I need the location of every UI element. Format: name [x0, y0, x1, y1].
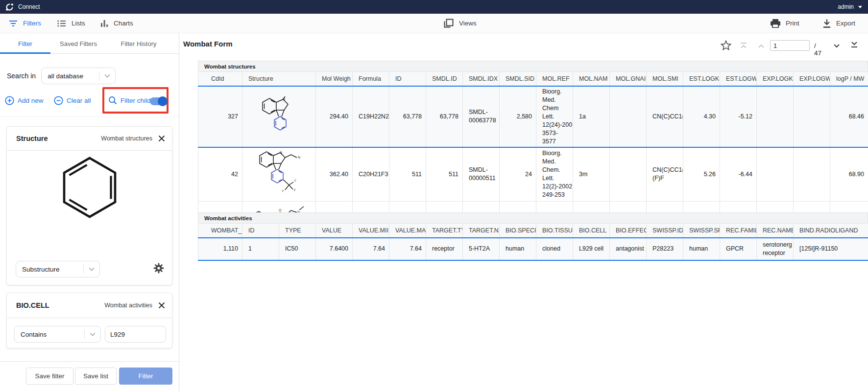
column-header[interactable]: Formula — [353, 72, 389, 86]
first-record-icon[interactable] — [740, 42, 747, 51]
filter-sidebar: Filter Saved Filters Filter History Sear… — [0, 33, 179, 391]
print-icon — [771, 19, 780, 28]
filter-list-icon — [9, 20, 18, 27]
column-header[interactable]: SMDL.IDX — [463, 72, 500, 86]
structures-row[interactable]: 43 N O N — [198, 201, 868, 212]
filter-button[interactable]: Filter — [119, 368, 172, 385]
structure-query-canvas[interactable] — [58, 155, 121, 230]
page-title: Wombat Form — [183, 40, 233, 48]
svg-text:F: F — [294, 188, 296, 192]
column-header[interactable]: WOMBAT_ — [198, 224, 242, 238]
export-button[interactable]: Export — [823, 14, 855, 33]
search-in-row: Search in all database — [7, 68, 116, 84]
tab-saved-filters[interactable]: Saved Filters — [50, 33, 106, 54]
toggle-knob — [158, 96, 168, 106]
filter-child-toggle[interactable] — [150, 97, 167, 105]
column-header[interactable]: REC.FAMIL — [720, 224, 757, 238]
structures-row-selected[interactable]: 327 N — [198, 86, 868, 147]
record-count: / 47 — [814, 42, 821, 57]
brand-label: Connect — [18, 3, 40, 10]
column-header[interactable]: ID — [389, 72, 426, 86]
wombat-activities-widget: Wombat activities WOMBAT_ ID TYPE VALUE … — [198, 212, 868, 261]
activities-row-selected[interactable]: 1,110 1 IC50 7.6400 7.64 7.64 receptor 5… — [198, 238, 868, 260]
molecule-thumbnail: N — [242, 86, 316, 147]
lists-button[interactable]: Lists — [57, 14, 85, 33]
wombat-structures-widget: Wombat structures CdId Structure Mol Wei… — [198, 61, 868, 212]
column-header[interactable]: BIO.EFFEC — [610, 224, 647, 238]
operator-select[interactable]: Contains — [14, 326, 101, 343]
last-record-icon[interactable] — [850, 41, 858, 50]
charts-button[interactable]: Charts — [101, 14, 133, 33]
column-header[interactable]: SWISSP.SF — [683, 224, 720, 238]
column-header[interactable]: MOL.NAM — [573, 72, 610, 86]
column-header[interactable]: TARGET.N — [463, 224, 500, 238]
search-in-label: Search in — [7, 72, 36, 80]
search-child-icon — [108, 96, 117, 105]
column-header[interactable]: MOL.SMI — [647, 72, 683, 86]
lists-icon — [57, 20, 66, 27]
column-header[interactable]: EST.LOGW — [720, 72, 757, 86]
user-menu[interactable]: admin — [838, 0, 862, 14]
column-header[interactable]: BIO.CELL — [573, 224, 610, 238]
column-header[interactable]: BIO.SPECI — [500, 224, 536, 238]
column-header[interactable]: BIO.TISSU — [536, 224, 573, 238]
column-header[interactable]: BIND.RADIOLIGAND — [794, 224, 868, 238]
next-record-icon[interactable] — [833, 42, 841, 51]
column-header[interactable]: EXP.LOGW — [794, 72, 830, 86]
structures-section-header: Wombat structures — [198, 61, 868, 71]
column-header[interactable]: SWISSP.ID — [647, 224, 683, 238]
gear-icon[interactable] — [153, 263, 164, 276]
column-header[interactable]: TYPE — [279, 224, 316, 238]
svg-text:O: O — [279, 208, 282, 212]
search-in-select[interactable]: all database — [41, 68, 116, 84]
column-header[interactable]: VALUE.MA — [389, 224, 426, 238]
previous-record-icon[interactable] — [757, 42, 765, 51]
column-header[interactable]: CdId — [198, 72, 242, 86]
activities-header-row: WOMBAT_ ID TYPE VALUE VALUE.MII VALUE.MA… — [198, 224, 868, 238]
column-header[interactable]: TARGET.TY — [426, 224, 463, 238]
save-filter-button[interactable]: Save filter — [26, 368, 73, 385]
main-toolbar: Filters Lists Charts Views Print Export — [0, 14, 868, 33]
match-mode-select[interactable]: Substructure — [16, 261, 100, 277]
record-number-input[interactable] — [770, 40, 810, 51]
filters-button[interactable]: Filters — [9, 14, 41, 33]
star-icon[interactable] — [721, 40, 731, 52]
export-icon — [823, 19, 831, 28]
clear-all-button[interactable]: Clear all — [54, 95, 91, 105]
caret-down-icon — [858, 6, 862, 8]
column-header[interactable]: ID — [242, 224, 279, 238]
column-header[interactable]: SMDL.SID — [500, 72, 536, 86]
add-circle-icon — [5, 96, 14, 105]
save-list-button[interactable]: Save list — [75, 368, 117, 385]
tab-filter[interactable]: Filter — [0, 33, 50, 54]
views-button[interactable]: Views — [443, 14, 477, 33]
biocell-value-input[interactable] — [105, 326, 166, 343]
column-header[interactable]: logP / MW — [830, 72, 868, 86]
sidebar-tabs: Filter Saved Filters Filter History — [0, 33, 179, 54]
tab-filter-history[interactable]: Filter History — [106, 33, 171, 54]
filter-child-button[interactable]: Filter child — [108, 95, 151, 105]
svg-text:F: F — [294, 179, 296, 183]
chemaxon-logo-icon — [5, 2, 14, 12]
add-new-button[interactable]: Add new — [5, 95, 44, 105]
remove-circle-icon — [54, 96, 63, 105]
structure-filter-card: Structure Wombat structures Substructure — [6, 126, 172, 285]
column-header[interactable]: REC.NAME — [757, 224, 794, 238]
column-header[interactable]: VALUE — [316, 224, 353, 238]
column-header[interactable]: VALUE.MII — [353, 224, 389, 238]
column-header[interactable]: Structure — [242, 72, 316, 86]
print-button[interactable]: Print — [771, 14, 799, 33]
close-icon[interactable] — [158, 302, 165, 309]
column-header[interactable]: Mol Weigh — [316, 72, 353, 86]
structures-row[interactable]: 42 — [198, 147, 868, 202]
molecule-thumbnail: N N F F F — [242, 147, 316, 202]
benzene-ring-drawing — [58, 155, 121, 228]
column-header[interactable]: EST.LOGK( — [683, 72, 720, 86]
column-header[interactable]: SMDL.ID — [426, 72, 463, 86]
column-header[interactable]: MOL.REF — [536, 72, 573, 86]
chevron-down-icon — [99, 71, 115, 80]
column-header[interactable]: EXP.LOGK( — [757, 72, 794, 86]
column-header[interactable]: MOL.GNAI — [610, 72, 647, 86]
structures-header-row: CdId Structure Mol Weigh Formula ID SMDL… — [198, 72, 868, 86]
close-icon[interactable] — [158, 135, 165, 142]
